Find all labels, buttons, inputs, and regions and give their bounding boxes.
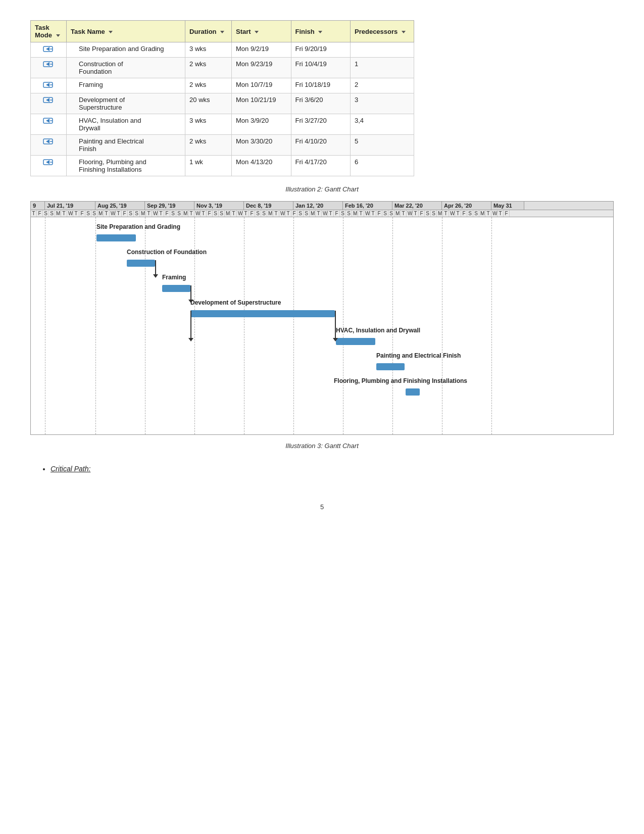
gantt-day-cell: S [340,210,346,217]
critical-path-item: Critical Path: [51,465,614,473]
col-header-start[interactable]: Start [232,21,291,42]
gantt-day-cell: F [334,210,340,217]
gantt-day-cell: S [213,210,219,217]
gantt-day-cell: S [91,210,97,217]
gantt-day-cell: M [394,210,401,217]
task-mode-icon [43,45,54,53]
gantt-day-cell: T [498,210,504,217]
task-start-cell: Mon 9/2/19 [232,42,291,58]
col-header-name[interactable]: Task Name [67,21,185,42]
gantt-month-cell: Feb 16, '20 [343,202,392,210]
task-mode-icon [43,137,54,145]
svg-marker-1 [46,47,49,51]
sort-arrow-pred[interactable] [402,31,406,33]
gantt-arrowhead [153,274,158,278]
gantt-task-label: Construction of Foundation [127,249,207,256]
sort-arrow-name[interactable] [109,31,113,33]
gantt-month-cell: Jan 12, '20 [293,202,343,210]
gantt-day-cell: F [207,210,213,217]
gantt-day-cell: S [134,210,140,217]
gantt-day-cell: S [128,210,134,217]
col-header-mode[interactable]: TaskMode [31,21,67,42]
gantt-day-cell: T [73,210,79,217]
gantt-task-label: Flooring, Plumbing and Finishing Install… [334,377,467,384]
table-header-row: TaskMode Task Name Duration Start Finish [31,21,414,42]
gantt-day-cell: T [358,210,364,217]
gantt-day-cell: F [291,210,298,217]
sort-arrow-start[interactable] [255,31,259,33]
task-predecessors-cell: 2 [351,78,414,93]
gantt-connector-arrow [155,260,156,274]
gantt-chart-section: 9Jul 21, '19Aug 25, '19Sep 29, '19Nov 3,… [30,201,614,435]
gantt-day-header: TFSSMTWTFSSMTWTFSSMTWTFSSMTWTFSSMTWTFSSM… [31,210,613,217]
gantt-day-cell: M [437,210,443,217]
gantt-day-cell: S [431,210,437,217]
gantt-connector-arrow [190,285,191,300]
gantt-day-cell: W [110,210,116,217]
task-predecessors-cell: 6 [351,156,414,176]
gantt-day-cell: S [298,210,304,217]
gantt-day-cell: F [419,210,425,217]
task-mode-icon [43,117,54,125]
gantt-day-cell: T [201,210,207,217]
gantt-bar [336,338,375,345]
sort-arrow-finish[interactable] [318,31,322,33]
sort-arrow-mode[interactable] [56,34,60,37]
gantt-day-cell: F [37,210,43,217]
gantt-day-cell: T [485,210,491,217]
task-name-cell: HVAC, Insulation andDrywall [67,114,185,135]
gantt-day-cell: S [170,210,176,217]
task-duration-cell: 3 wks [185,114,232,135]
task-name-cell: Development ofSuperstructure [67,93,185,114]
task-mode-icon [43,96,54,104]
gantt-day-cell: M [225,210,231,217]
task-mode-cell [31,58,67,78]
gantt-bar [190,310,335,317]
task-table-section: TaskMode Task Name Duration Start Finish [30,20,614,176]
gantt-day-cell: S [85,210,91,217]
svg-marker-4 [46,62,49,66]
task-mode-icon [43,60,54,68]
gantt-day-cell: S [304,210,310,217]
gantt-day-cell: T [158,210,164,217]
task-mode-cell [31,135,67,156]
gantt-day-cell: W [449,210,455,217]
gantt-day-cell: W [152,210,158,217]
col-header-finish[interactable]: Finish [291,21,350,42]
gantt-day-cell: T [273,210,279,217]
gantt-bar [96,234,136,241]
svg-marker-19 [46,160,49,164]
gantt-day-cell: W [322,210,328,217]
task-name-cell: Site Preparation and Grading [67,42,185,58]
gantt-day-cell: T [370,210,376,217]
svg-marker-13 [46,119,49,123]
gantt-day-cell: T [443,210,449,217]
gantt-bar [127,260,155,267]
gantt-month-cell: Dec 8, '19 [244,202,293,210]
task-name-cell: Construction ofFoundation [67,58,185,78]
gantt-day-cell: T [188,210,194,217]
gantt-bar [376,363,405,370]
col-header-predecessors[interactable]: Predecessors [351,21,414,42]
gantt-month-cell: Nov 3, '19 [194,202,244,210]
col-header-duration[interactable]: Duration [185,21,232,42]
task-finish-cell: Fri 3/27/20 [291,114,350,135]
gantt-row: Construction of Foundation [31,248,613,268]
gantt-task-label: HVAC, Insulation and Drywall [336,327,420,334]
gantt-day-cell: M [479,210,485,217]
gantt-day-cell: S [388,210,394,217]
gantt-arrowhead [333,338,338,341]
gantt-day-cell: S [382,210,388,217]
gantt-day-cell: W [237,210,243,217]
task-mode-cell [31,78,67,93]
task-mode-cell [31,93,67,114]
gantt-day-cell: F [376,210,382,217]
task-predecessors-cell: 3,4 [351,114,414,135]
task-finish-cell: Fri 3/6/20 [291,93,350,114]
sort-arrow-duration[interactable] [220,31,224,33]
task-start-cell: Mon 3/30/20 [232,135,291,156]
task-finish-cell: Fri 4/17/20 [291,156,350,176]
task-start-cell: Mon 9/23/19 [232,58,291,78]
svg-marker-10 [46,98,49,102]
gantt-day-cell: M [140,210,146,217]
